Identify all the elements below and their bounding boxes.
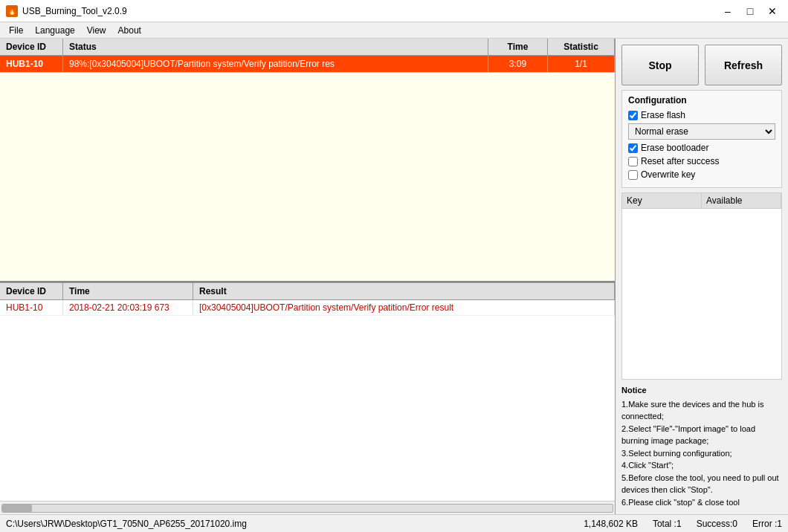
scrollbar-thumb[interactable] bbox=[2, 505, 32, 512]
overwrite-key-label: Overwrite key bbox=[641, 169, 695, 180]
status-size: 1,148,602 KB bbox=[584, 519, 638, 529]
key-table: Key Available bbox=[621, 192, 782, 380]
key-table-body bbox=[622, 209, 781, 298]
td-status: 98%:[0x30405004]UBOOT/Partition system/V… bbox=[63, 56, 488, 72]
menu-file[interactable]: File bbox=[3, 24, 29, 37]
title-bar: 🔥 USB_Burning_Tool_v2.0.9 – □ ✕ bbox=[0, 0, 788, 22]
notice-line-6: 6.Please click "stop" & close tool bbox=[621, 496, 782, 509]
log-td-device: HUB1-10 bbox=[0, 300, 63, 315]
th-device-id: Device ID bbox=[0, 39, 63, 55]
table-empty-area bbox=[0, 73, 615, 281]
key-table-header: Key Available bbox=[622, 193, 781, 209]
log-th-result: Result bbox=[193, 283, 615, 299]
log-th-time: Time bbox=[63, 283, 193, 299]
status-path: C:\Users\JRW\Desktop\GT1_705N0_AP6255_20… bbox=[6, 519, 569, 529]
status-bar: C:\Users\JRW\Desktop\GT1_705N0_AP6255_20… bbox=[0, 514, 788, 532]
log-table-header: Device ID Time Result bbox=[0, 283, 615, 300]
key-th-available: Available bbox=[702, 193, 781, 208]
log-td-time: 2018-02-21 20:03:19 673 bbox=[63, 300, 193, 315]
th-statistic: Statistic bbox=[548, 39, 615, 55]
status-success: Success:0 bbox=[697, 519, 737, 529]
reset-after-success-label: Reset after success bbox=[641, 156, 719, 166]
minimize-button[interactable]: – bbox=[718, 4, 737, 19]
window-controls: – □ ✕ bbox=[718, 4, 782, 19]
menu-language[interactable]: Language bbox=[29, 24, 80, 37]
notice-line-1: 1.Make sure the devices and the hub is c… bbox=[621, 398, 782, 423]
left-panel: Device ID Status Time Statistic HUB1-10 … bbox=[0, 39, 616, 514]
log-table-area: Device ID Time Result HUB1-10 2018-02-21… bbox=[0, 282, 615, 514]
reset-after-success-row: Reset after success bbox=[628, 156, 775, 166]
maximize-button[interactable]: □ bbox=[740, 4, 760, 19]
horizontal-scrollbar[interactable] bbox=[0, 501, 615, 514]
device-table-area: Device ID Status Time Statistic HUB1-10 … bbox=[0, 39, 615, 282]
notice-line-2: 2.Select "File"-"Import image" to load b… bbox=[621, 423, 782, 447]
log-td-result: [0x30405004]UBOOT/Partition system/Verif… bbox=[193, 300, 615, 315]
td-time: 3:09 bbox=[488, 56, 548, 72]
overwrite-key-checkbox[interactable] bbox=[628, 170, 638, 180]
key-th-key: Key bbox=[622, 193, 702, 208]
th-status: Status bbox=[63, 39, 488, 55]
scrollbar-track[interactable] bbox=[1, 504, 613, 513]
configuration-section: Configuration Erase flash Normal erase F… bbox=[621, 90, 782, 188]
menu-about[interactable]: About bbox=[112, 24, 147, 37]
notice-title: Notice bbox=[621, 384, 782, 397]
notice-line-5: 5.Before close the tool, you need to pul… bbox=[621, 472, 782, 496]
erase-flash-label: Erase flash bbox=[641, 110, 685, 120]
configuration-title: Configuration bbox=[628, 95, 775, 106]
close-button[interactable]: ✕ bbox=[763, 4, 782, 19]
erase-mode-select[interactable]: Normal erase Full erase bbox=[628, 123, 775, 140]
app-icon: 🔥 bbox=[6, 5, 18, 17]
device-table-header: Device ID Status Time Statistic bbox=[0, 39, 615, 56]
stop-button[interactable]: Stop bbox=[621, 45, 699, 85]
right-panel: Stop Refresh Configuration Erase flash N… bbox=[616, 39, 788, 514]
erase-flash-row: Erase flash bbox=[628, 110, 775, 120]
erase-bootloader-label: Erase bootloader bbox=[641, 143, 708, 153]
refresh-button[interactable]: Refresh bbox=[705, 45, 782, 85]
action-buttons: Stop Refresh bbox=[621, 45, 782, 85]
table-row[interactable]: HUB1-10 98%:[0x30405004]UBOOT/Partition … bbox=[0, 56, 615, 73]
app-title: USB_Burning_Tool_v2.0.9 bbox=[22, 6, 718, 16]
log-scroll-area[interactable]: HUB1-10 2018-02-21 20:03:19 673 [0x30405… bbox=[0, 300, 615, 501]
status-error: Error :1 bbox=[752, 519, 782, 529]
erase-flash-checkbox[interactable] bbox=[628, 111, 638, 120]
menu-bar: File Language View About bbox=[0, 22, 788, 39]
erase-bootloader-row: Erase bootloader bbox=[628, 143, 775, 153]
reset-after-success-checkbox[interactable] bbox=[628, 157, 638, 166]
td-device-id: HUB1-10 bbox=[0, 56, 63, 72]
log-th-device-id: Device ID bbox=[0, 283, 63, 299]
erase-bootloader-checkbox[interactable] bbox=[628, 143, 638, 153]
overwrite-key-row: Overwrite key bbox=[628, 169, 775, 180]
th-time: Time bbox=[488, 39, 548, 55]
notice-line-4: 4.Click "Start"; bbox=[621, 459, 782, 472]
notice-line-3: 3.Select burning configuration; bbox=[621, 447, 782, 460]
td-stat: 1/1 bbox=[548, 56, 615, 72]
log-row: HUB1-10 2018-02-21 20:03:19 673 [0x30405… bbox=[0, 300, 615, 316]
notice-section: Notice 1.Make sure the devices and the h… bbox=[621, 384, 782, 508]
main-content: Device ID Status Time Statistic HUB1-10 … bbox=[0, 39, 788, 514]
status-total: Total :1 bbox=[653, 519, 682, 529]
menu-view[interactable]: View bbox=[81, 24, 112, 37]
